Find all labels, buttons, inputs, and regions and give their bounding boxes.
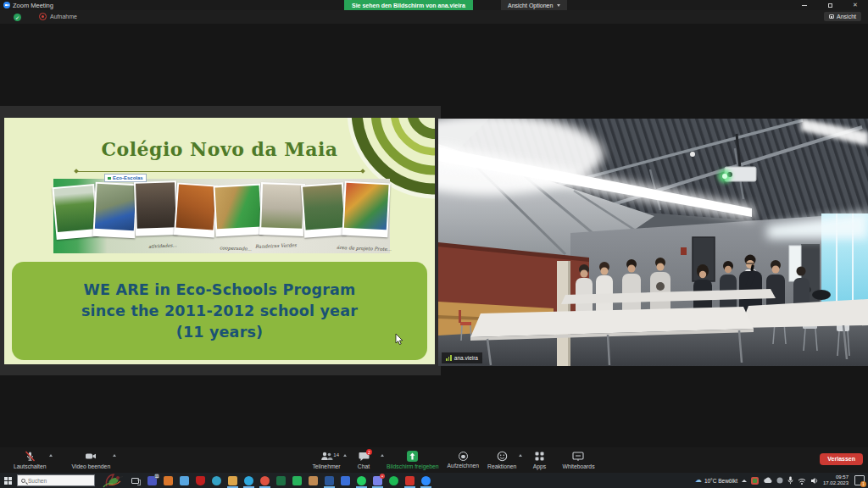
- view-options-label: Ansicht Optionen: [508, 3, 553, 8]
- taskbar-search[interactable]: [17, 474, 95, 486]
- polaroid-photo: [301, 182, 347, 237]
- participant-video-tile[interactable]: ana.vieira: [438, 119, 868, 366]
- taskbar-apps: 11•: [144, 473, 434, 488]
- view-button[interactable]: Ansicht: [824, 12, 861, 21]
- pdf-reader-icon: [405, 476, 415, 485]
- taskbar-app-pdf-reader[interactable]: [402, 473, 418, 488]
- chat-options-chevron[interactable]: [381, 454, 384, 457]
- search-icon: [21, 479, 25, 483]
- start-button[interactable]: [0, 473, 15, 488]
- slide-title: Colégio Novo da Maia: [4, 138, 435, 160]
- zoom-title-bar: Zoom Meeting Sie sehen den Bildschirm vo…: [0, 0, 868, 10]
- participants-options-chevron[interactable]: [343, 454, 347, 457]
- taskbar-app-word[interactable]: [321, 473, 337, 488]
- taskbar-app-teams[interactable]: 11: [144, 473, 160, 488]
- slide-message-line: (11 years): [176, 322, 264, 343]
- microphone-muted-icon: [25, 451, 36, 462]
- excel-icon: [276, 476, 286, 485]
- chat-button[interactable]: 2 Chat: [349, 447, 378, 473]
- taskbar-app-blue-app[interactable]: [337, 473, 353, 488]
- close-button[interactable]: ✕: [843, 0, 868, 10]
- shared-slide: Colégio Novo da Maia Eco-Escolas ativida…: [4, 118, 435, 364]
- chrome-icon: [260, 476, 270, 485]
- participants-button[interactable]: 14 Teilnehmer: [312, 447, 341, 473]
- skype-icon: [244, 476, 253, 485]
- photo-caption: atividades...: [148, 242, 177, 249]
- taskbar-app-mcafee[interactable]: [192, 473, 209, 488]
- taskbar-app-file-explorer[interactable]: [225, 473, 241, 488]
- hidden-icons-chevron[interactable]: [742, 480, 747, 482]
- taskbar-app-microsoft-store[interactable]: [176, 473, 192, 488]
- status-circle-icon[interactable]: [776, 477, 783, 484]
- taskbar-app-skype[interactable]: [241, 473, 257, 488]
- whiteboards-button[interactable]: Whiteboards: [562, 447, 594, 473]
- onedrive-icon[interactable]: [763, 477, 772, 484]
- taskbar-app-whatsapp-business[interactable]: [289, 473, 305, 488]
- microphone-tray-icon[interactable]: [787, 476, 793, 485]
- polaroid-photo: [342, 181, 390, 238]
- chat-unread-badge: 2: [366, 449, 372, 455]
- taskbar-clock[interactable]: 09:57 17.02.2023: [823, 474, 849, 486]
- polaroid-photo: [52, 184, 98, 240]
- slide-message-line: since the 2011-2012 school year: [81, 301, 358, 322]
- whiteboard-icon: [572, 451, 584, 462]
- taskbar-app-chrome[interactable]: [257, 473, 273, 488]
- mute-options-chevron[interactable]: [49, 454, 53, 457]
- minimize-button[interactable]: [792, 0, 817, 10]
- file-explorer-icon: [228, 476, 237, 485]
- participants-icon: [320, 451, 333, 462]
- maximize-button[interactable]: [817, 0, 843, 10]
- taskbar-app-edge[interactable]: [209, 473, 225, 488]
- title-underline: [77, 171, 362, 172]
- bird-illustration: [95, 473, 125, 488]
- search-input[interactable]: [28, 478, 91, 484]
- action-center-icon[interactable]: 1: [854, 475, 865, 485]
- microsoft-store-icon: [180, 476, 189, 485]
- video-camera-icon: [85, 451, 97, 462]
- whiteboards-button-label: Whiteboards: [562, 463, 594, 469]
- task-view-button[interactable]: [127, 473, 142, 488]
- green-flag-icon: [108, 177, 111, 180]
- apps-grid-icon: [534, 451, 545, 462]
- tray-app-icon[interactable]: [751, 477, 759, 485]
- chat-button-label: Chat: [358, 463, 370, 469]
- taskbar-app-teams-purple[interactable]: •: [370, 473, 386, 488]
- apps-button-label: Apps: [533, 463, 547, 469]
- share-screen-button[interactable]: Bildschirm freigeben: [387, 447, 439, 473]
- mute-button[interactable]: Lautschalten: [14, 447, 47, 473]
- whatsapp-icon: [357, 476, 366, 485]
- taskbar-app-outlook[interactable]: [160, 473, 176, 488]
- stop-video-button[interactable]: Video beenden: [72, 447, 111, 473]
- record-button[interactable]: Aufzeichnen: [448, 447, 479, 473]
- task-view-icon: [131, 478, 139, 484]
- mute-button-label: Lautschalten: [14, 463, 47, 469]
- volume-icon[interactable]: [810, 477, 819, 485]
- teams-purple-badge: •: [380, 474, 385, 479]
- taskbar-weather[interactable]: ☁ 10°C Bewölkt: [695, 477, 737, 484]
- taskbar-app-excel[interactable]: [273, 473, 289, 488]
- view-layout-icon: [829, 14, 834, 19]
- zoom-menu-bar: ✓ Aufnahme Ansicht: [0, 10, 868, 24]
- apps-button[interactable]: Apps: [525, 447, 554, 473]
- taskbar-app-zoom[interactable]: [418, 473, 434, 488]
- chevron-down-icon: [557, 4, 560, 7]
- video-options-chevron[interactable]: [113, 454, 116, 457]
- photo-caption: cooperando...: [220, 245, 252, 251]
- photo-caption: Bandeiras Verdes: [255, 242, 297, 249]
- blue-app-icon: [341, 476, 350, 485]
- reactions-button[interactable]: Reaktionen: [487, 447, 516, 473]
- reactions-options-chevron[interactable]: [519, 454, 522, 457]
- taskbar-app-paint[interactable]: [305, 473, 321, 488]
- encryption-shield-icon[interactable]: ✓: [14, 14, 21, 21]
- taskbar-app-spotify[interactable]: [386, 473, 402, 488]
- taskbar-app-whatsapp[interactable]: [353, 473, 370, 488]
- eco-schools-chip: Eco-Escolas: [104, 174, 147, 182]
- zoom-icon: [421, 476, 431, 485]
- windows-logo-icon: [4, 477, 12, 485]
- record-dot-icon: [39, 13, 47, 20]
- weather-text: 10°C Bewölkt: [704, 478, 737, 484]
- leave-meeting-button[interactable]: Verlassen: [820, 453, 863, 465]
- network-icon[interactable]: [798, 477, 806, 485]
- view-options-button[interactable]: Ansicht Optionen: [501, 0, 567, 10]
- participants-button-label: Teilnehmer: [312, 463, 340, 469]
